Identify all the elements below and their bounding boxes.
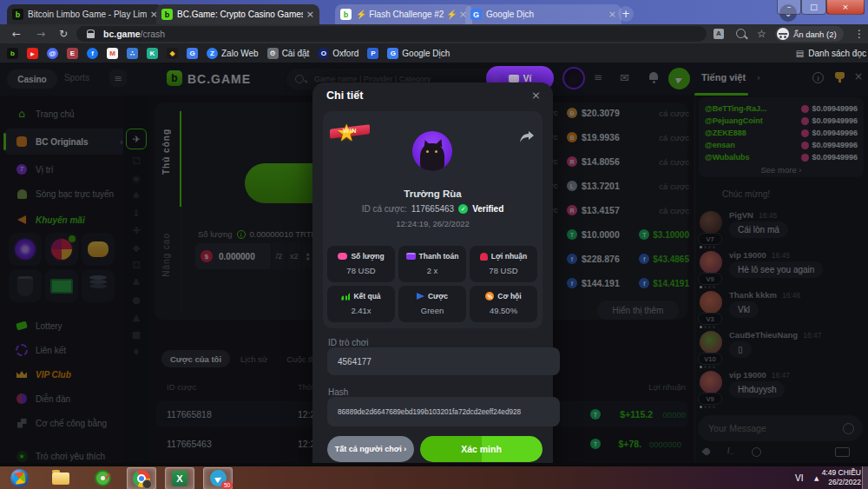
bet-datetime: 12:24:19, 26/2/2022 (312, 219, 553, 228)
chrome-button[interactable] (127, 467, 156, 489)
excel-button[interactable]: X (165, 467, 194, 489)
url-host: bc.game (103, 29, 141, 39)
tray-chevron-icon[interactable]: ▲ (814, 475, 819, 482)
explorer-button[interactable] (47, 468, 75, 489)
bookmark-star-icon[interactable]: ☆ (757, 24, 766, 43)
profile-chip[interactable]: Ẩn danh (2) (775, 26, 844, 42)
bet-id-row: ID cá cược: 117665463 ✓ Verified (312, 204, 553, 214)
browser-menu-icon[interactable]: ⋮ (854, 24, 865, 43)
clock-time: 4:49 CHIỀU (822, 468, 861, 477)
bookmark-messenger[interactable]: @ (47, 48, 58, 59)
tab-title: BC.Game: Crypto Casino Games (177, 10, 303, 19)
game-id-label: ID trò chơi (328, 338, 369, 347)
telegram-plane-icon: ▶ (213, 472, 222, 483)
tab-flash-challenge[interactable]: b ⚡ Flash Challenge #2 ⚡ - Flash Ch × (335, 4, 472, 24)
stat-profit: Lợi nhuận 78 USD (470, 246, 537, 282)
language-indicator[interactable]: VI (795, 473, 803, 483)
close-window-button[interactable]: × (826, 0, 865, 15)
browser-toolbar: ← → ↻ bc.game /crash A ☆ Ẩn danh (2) ⋮ (0, 24, 868, 43)
profile-label: Ẩn danh (2) (793, 30, 837, 39)
zoom-icon-handle (744, 35, 748, 39)
incognito-icon (777, 28, 789, 40)
all-players-button[interactable]: Tất cả người chơi › (327, 436, 414, 462)
clock-date: 26/2/2022 (828, 478, 861, 486)
notification-badge: 50 (221, 481, 233, 489)
hash-label: Hash (328, 387, 348, 397)
tab-bcgame-active[interactable]: b BC.Game: Crypto Casino Games × (156, 4, 319, 24)
tab-close-icon[interactable]: × (608, 9, 616, 20)
verify-button[interactable]: Xác minh (420, 436, 542, 462)
stat-odds: %Cơ hội 49.50% (470, 286, 537, 322)
tab-close-icon[interactable]: × (306, 9, 314, 20)
verified-icon: ✓ (458, 204, 468, 214)
bookmark-gmail[interactable]: M (107, 48, 118, 59)
bookmarks-bar: b ▶ @ E f M ∴ K ◆ G Z Zalo Web ⚙ Cài đặt… (0, 43, 868, 63)
share-icon[interactable] (520, 131, 534, 143)
player-name[interactable]: Trường Rùa (312, 188, 553, 199)
wallet-icon (509, 75, 519, 83)
minimize-button[interactable]: – (777, 0, 801, 15)
bookmark-kucoin[interactable]: K (147, 48, 158, 59)
bookmark-youtube[interactable]: ▶ (27, 48, 38, 59)
bookmark-settings[interactable]: ⚙ Cài đặt (267, 48, 310, 59)
bet-detail-modal: Chi tiết × ★ WIN Trường Rùa ID cá cược: … (312, 83, 553, 463)
stat-payout: Thanh toán 2 x (398, 246, 466, 282)
tab-title: ⚡ Flash Challenge #2 ⚡ - Flash Ch (356, 10, 456, 19)
win-badge: ★ WIN (332, 119, 368, 150)
reading-list[interactable]: ▤ Danh sách đọc (796, 49, 866, 58)
green-disc-app-button[interactable] (89, 468, 116, 489)
tab-limbo[interactable]: b Bitcoin Limbo Game - Play Limbo × (7, 4, 163, 24)
bookmark-oxford[interactable]: O Oxford (318, 48, 358, 59)
modal-title: Chi tiết (326, 89, 363, 102)
translate-favicon: G (470, 9, 482, 20)
stat-result: Kết quả 2.41x (327, 286, 395, 322)
bookmark-p-site[interactable]: P (367, 48, 378, 59)
bookmark-binance[interactable]: ◆ (167, 48, 178, 59)
address-bar[interactable]: bc.game /crash (76, 26, 707, 42)
clock[interactable]: 4:49 CHIỀU 26/2/2022 (819, 468, 861, 487)
person-icon (480, 253, 488, 261)
bcgame-favicon: b (12, 9, 23, 20)
lock-icon-body (87, 33, 95, 38)
bookmark-translate[interactable]: G (187, 48, 198, 59)
tab-title: Bitcoin Limbo Game - Play Limbo (28, 10, 147, 19)
telegram-button[interactable]: ▶ 50 (203, 467, 233, 489)
back-icon[interactable]: ← (12, 24, 21, 43)
bcgame-page: Casino Sports ≡ b BC.GAME TRTL ⌄ Ví ≡ ✉ … (0, 63, 868, 463)
percent-icon: % (485, 292, 494, 301)
hash-field[interactable] (327, 397, 560, 426)
bookmark-evernote[interactable]: E (67, 48, 78, 59)
bookmark-share[interactable]: ∴ (127, 48, 138, 59)
bookmark-bcgame[interactable]: b (7, 48, 18, 59)
stat-amount: Số lượng 78 USD (327, 246, 395, 282)
bookmark-facebook[interactable]: f (87, 48, 98, 59)
url-path: /crash (141, 29, 166, 39)
wallet-card-icon (406, 253, 416, 260)
taskbar: X ▶ 50 VI ▲ 4:49 CHIỀU 26/2/2022 (0, 466, 868, 489)
window-controls: – □ × (777, 0, 865, 15)
piggy-icon (338, 253, 347, 260)
tab-title: Google Dịch (486, 10, 605, 19)
maximize-button[interactable]: □ (801, 0, 826, 15)
bookmark-zalo[interactable]: Z Zalo Web (207, 48, 259, 59)
game-id-field[interactable] (327, 347, 560, 375)
chart-icon (341, 293, 350, 301)
reload-icon[interactable]: ↻ (59, 24, 68, 43)
flag-icon (417, 293, 424, 300)
show-desktop-button[interactable] (862, 466, 868, 489)
translate-page-icon[interactable]: A (713, 29, 724, 39)
bcgame-favicon: b (161, 9, 173, 20)
bookmark-google-dich[interactable]: G Google Dịch (387, 48, 450, 59)
tab-google-translate[interactable]: G Google Dịch × (465, 4, 621, 24)
player-avatar[interactable] (412, 131, 452, 171)
modal-close-icon[interactable]: × (531, 89, 541, 102)
forward-icon[interactable]: → (36, 24, 45, 43)
new-tab-button[interactable]: + (618, 6, 634, 22)
bcgame-light-favicon: b (340, 9, 352, 20)
start-button[interactable] (5, 468, 33, 489)
browser-titlebar: b Bitcoin Limbo Game - Play Limbo × b BC… (0, 0, 868, 24)
stat-bet: Cược Green (398, 286, 466, 322)
